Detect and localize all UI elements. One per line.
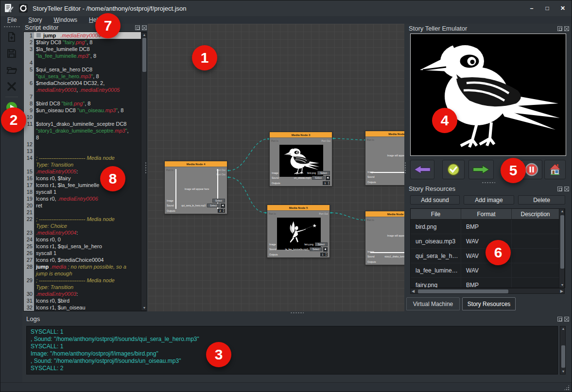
save-button[interactable] bbox=[5, 47, 18, 60]
editor-line[interactable]: 28jump .media ; no return possible, so a bbox=[24, 263, 146, 270]
new-file-button[interactable] bbox=[5, 31, 18, 43]
editor-line[interactable]: 9$un_oiseau DC8 "un_oiseau.mp3", 8 bbox=[24, 107, 146, 114]
editor-line[interactable]: 16lcons r0, $fairy bbox=[24, 175, 146, 182]
editor-line[interactable]: 1jump .mediaEntry0004 bbox=[24, 32, 146, 39]
tab-virtual-machine[interactable]: Virtual Machine bbox=[406, 297, 460, 310]
editor-line[interactable]: 12 bbox=[24, 141, 146, 148]
close-project-button[interactable] bbox=[5, 80, 18, 93]
minimize-button[interactable]: – bbox=[526, 3, 537, 13]
node-title[interactable]: Media Node 4 bbox=[165, 161, 227, 167]
resource-row[interactable]: la_fee_lumine…WAV bbox=[411, 263, 565, 278]
editor-line[interactable]: 22; -------------------------- Media nod… bbox=[24, 216, 146, 222]
menu-item-windows[interactable]: Windows bbox=[53, 17, 77, 23]
editor-line[interactable]: 8$bird DC8 "bird.png", 8 bbox=[24, 100, 146, 107]
back-button[interactable] bbox=[410, 160, 434, 179]
editor-line[interactable]: "qui_sera_le_hero.mp3", 8 bbox=[24, 73, 146, 80]
delete-button[interactable]: Delete bbox=[518, 195, 565, 205]
speaker-icon[interactable] bbox=[323, 247, 328, 252]
port-in[interactable]: Port In bbox=[271, 139, 278, 142]
open-folder-button[interactable] bbox=[5, 64, 18, 76]
ok-button[interactable] bbox=[442, 160, 465, 179]
home-button[interactable] bbox=[544, 160, 566, 179]
port-out[interactable]: Port Out bbox=[321, 139, 330, 142]
editor-line[interactable]: 31lcons r0, $bird bbox=[24, 297, 146, 304]
editor-line[interactable]: 30.mediaEntry0003: bbox=[24, 290, 146, 297]
select-button[interactable]: Select bbox=[317, 171, 330, 175]
close-panel-icon[interactable] bbox=[564, 26, 569, 31]
script-editor-header[interactable]: Script editor bbox=[25, 24, 147, 31]
editor-line[interactable]: 17lcons r1, $la_fee_luminelle bbox=[24, 182, 146, 188]
close-panel-icon[interactable] bbox=[564, 187, 569, 191]
node-title[interactable]: Media Node 3 bbox=[270, 132, 332, 138]
editor-line[interactable]: 5$qui_sera_le_hero DC8 bbox=[24, 66, 146, 73]
editor-line[interactable]: .mediaEntry0003, .mediaEntry0005 bbox=[24, 86, 146, 93]
node-canvas[interactable]: Media Node 4Port InPort OutPort OutImage… bbox=[148, 24, 404, 311]
logs-vscrollbar[interactable]: ▲ ▼ bbox=[560, 326, 566, 375]
close-panel-icon[interactable] bbox=[142, 25, 147, 30]
editor-line[interactable]: 24lcons r0, 0 bbox=[24, 236, 146, 243]
port-out[interactable]: Port Out bbox=[319, 212, 328, 215]
editor-line[interactable]: Type: Choice bbox=[24, 222, 146, 229]
media-node-4[interactable]: Media Node 4Port InPort OutPort OutImage… bbox=[164, 161, 227, 214]
editor-line[interactable]: 21 bbox=[24, 209, 146, 216]
editor-line[interactable]: 29; -------------------------- Media nod… bbox=[24, 277, 146, 284]
next-button[interactable] bbox=[468, 160, 494, 179]
editor-line[interactable]: "la_fee_luminelle.mp3", 8 bbox=[24, 52, 146, 59]
editor-line[interactable]: "story1_drako_luminelle_sceptre.mp3", bbox=[24, 127, 146, 134]
float-panel-icon[interactable] bbox=[557, 317, 562, 322]
menu-item-file[interactable]: File bbox=[7, 17, 17, 23]
add-sound-button[interactable]: Add sound bbox=[410, 195, 460, 205]
editor-line[interactable]: 23.mediaEntry0004: bbox=[24, 229, 146, 236]
speaker-icon[interactable] bbox=[221, 204, 225, 208]
splitter-canvas-logs[interactable] bbox=[290, 312, 304, 314]
float-panel-icon[interactable] bbox=[557, 26, 562, 31]
emulator-header[interactable]: Story Teller Emulator bbox=[409, 25, 569, 32]
resize-grip[interactable] bbox=[564, 385, 570, 391]
editor-line[interactable]: 15.mediaEntry0005: bbox=[24, 168, 146, 175]
editor-line[interactable]: Type: Transition bbox=[24, 161, 146, 168]
splitter-emulator-resources[interactable] bbox=[482, 182, 495, 184]
menu-item-story[interactable]: Story bbox=[28, 17, 42, 23]
title-bar[interactable]: StoryTeller Editor - /home/anthony/ostpr… bbox=[0, 0, 572, 16]
close-button[interactable]: ✕ bbox=[557, 3, 569, 13]
close-panel-icon[interactable] bbox=[564, 317, 569, 322]
media-node-5[interactable]: Media Node 5Port InPort OutImagefairy.pn… bbox=[267, 205, 330, 258]
editor-line[interactable]: 13 bbox=[24, 148, 146, 154]
port-in[interactable]: Port In bbox=[269, 212, 276, 215]
select-button[interactable]: Select bbox=[310, 247, 322, 251]
speaker-icon[interactable] bbox=[326, 176, 330, 180]
select-button[interactable]: Select bbox=[315, 242, 328, 246]
resources-vscrollbar[interactable]: ▲ ▼ bbox=[559, 208, 565, 288]
float-panel-icon[interactable] bbox=[557, 187, 562, 191]
column-header-file[interactable]: File bbox=[411, 209, 461, 219]
port-in[interactable]: Port In bbox=[166, 169, 173, 171]
resources-table-header[interactable]: FileFormatDescription bbox=[411, 209, 565, 220]
editor-line[interactable]: 10 bbox=[24, 114, 146, 120]
media-node-top-right[interactable]: Media NodePort InImage will appear hereI… bbox=[365, 131, 404, 186]
toolbar-grip[interactable] bbox=[3, 26, 20, 28]
media-node-6[interactable]: Media Node 6Port InImage will appear her… bbox=[365, 211, 404, 265]
editor-line[interactable]: 18syscall 1 bbox=[24, 188, 146, 195]
resource-row[interactable]: fairy.pngBMP bbox=[411, 278, 565, 288]
script-editor-lines[interactable]: 1jump .mediaEntry00042$fairy DC8 "fairy.… bbox=[24, 32, 146, 311]
editor-line[interactable]: 27lcons r0, $mediaChoice0004 bbox=[24, 256, 146, 263]
select-button[interactable]: Select bbox=[207, 204, 220, 207]
editor-line[interactable]: 3$la_fee_luminelle DC8 bbox=[24, 46, 146, 52]
node-title[interactable]: Media Node 5 bbox=[267, 205, 329, 211]
outputs-spinner[interactable]: 1▲▼ bbox=[320, 253, 328, 256]
editor-line[interactable]: 4 bbox=[24, 59, 146, 66]
editor-line[interactable]: 20ret bbox=[24, 202, 146, 209]
editor-line[interactable]: Type: Transition bbox=[24, 284, 146, 290]
editor-line[interactable]: 11$story1_drako_luminelle_sceptre DC8 bbox=[24, 120, 146, 127]
editor-line[interactable]: 2$fairy DC8 "fairy.png", 8 bbox=[24, 39, 146, 46]
script-editor[interactable]: 1jump .mediaEntry00042$fairy DC8 "fairy.… bbox=[23, 32, 147, 311]
splitter-canvas-right[interactable] bbox=[404, 162, 406, 174]
column-header-format[interactable]: Format bbox=[461, 209, 512, 219]
maximize-button[interactable]: □ bbox=[541, 3, 553, 13]
editor-line[interactable]: 25lcons r1, $qui_sera_le_hero bbox=[24, 243, 146, 250]
select-button[interactable]: Select bbox=[312, 176, 325, 180]
editor-line[interactable]: 26syscall 1 bbox=[24, 250, 146, 256]
add-image-button[interactable]: Add image bbox=[464, 195, 514, 205]
outputs-spinner[interactable]: 2▲▼ bbox=[218, 209, 225, 213]
editor-line[interactable]: 6$mediaChoice0004 DC32, 2, bbox=[24, 80, 146, 86]
